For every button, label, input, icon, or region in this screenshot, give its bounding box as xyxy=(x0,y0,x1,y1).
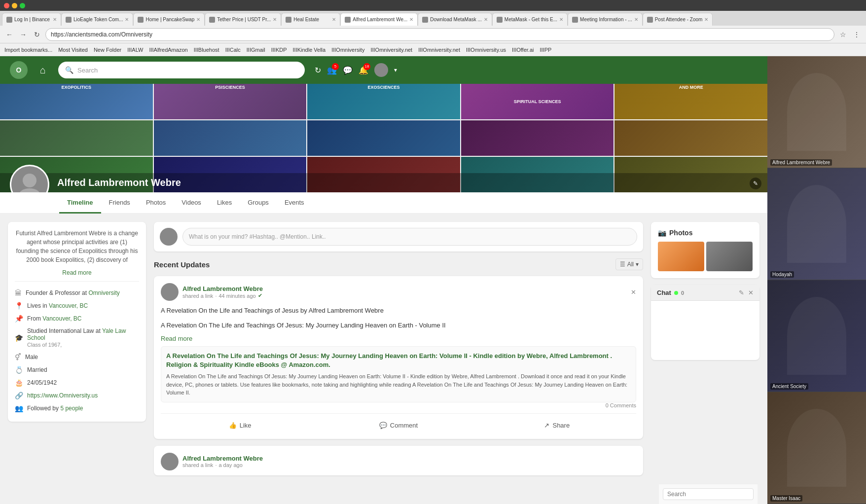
info-item-birthday: 🎂 24/05/1942 xyxy=(15,376,139,389)
friends-icon[interactable]: 👥 5 xyxy=(327,65,337,75)
tab-close-button[interactable]: ✕ xyxy=(332,17,336,22)
address-bar[interactable]: https://ancientsmedia.com/Omniversity xyxy=(45,28,834,41)
tab-close-button[interactable]: ✕ xyxy=(125,17,129,22)
profile-tab[interactable]: Events xyxy=(277,193,312,214)
profile-tab[interactable]: Videos xyxy=(174,193,209,214)
person-silhouette xyxy=(787,297,846,375)
bookmark-item[interactable]: IIICalc xyxy=(224,47,242,53)
post-author-name[interactable]: Alfred Lambremont Webre xyxy=(182,285,263,292)
cover-cell-exopolitics: EXOPOLITICS xyxy=(0,84,153,119)
bookmark-item[interactable]: New Folder xyxy=(92,47,123,53)
reload-header-icon[interactable]: ↻ xyxy=(315,66,321,75)
user-avatar[interactable] xyxy=(374,63,388,77)
post-menu-button[interactable]: ✕ xyxy=(631,288,636,296)
filter-button[interactable]: ☰ All ▾ xyxy=(615,258,643,270)
profile-tab[interactable]: Photos xyxy=(138,193,174,214)
bookmark-item[interactable]: IIIAlfredAmazon xyxy=(147,47,189,53)
browser-tab[interactable]: Alfred Lambremont We... ✕ xyxy=(340,13,418,26)
composer-input[interactable]: What is on your mind? #Hashtag.. @Mentio… xyxy=(182,228,637,246)
profile-tab[interactable]: Timeline xyxy=(59,193,101,214)
tab-label: Tether Price | USDT Pr... xyxy=(217,17,271,22)
bookmark-item[interactable]: Import bookmarks... xyxy=(3,47,54,53)
lives-icon: 📍 xyxy=(15,302,23,310)
nav-bar: ← → ↻ https://ancientsmedia.com/Omnivers… xyxy=(0,26,866,43)
forward-button[interactable]: → xyxy=(18,29,29,40)
bottom-search-input[interactable] xyxy=(663,488,754,500)
notifications-icon[interactable]: 🔔 18 xyxy=(359,65,368,75)
maximize-button[interactable] xyxy=(20,3,25,8)
post-read-more[interactable]: Read more xyxy=(161,335,192,342)
bookmark-button[interactable]: ☆ xyxy=(837,29,848,40)
browser-tab[interactable]: Post Attendee - Zoom ✕ xyxy=(643,13,713,26)
bookmark-item[interactable]: IIIKDP xyxy=(270,47,289,53)
dropdown-arrow[interactable]: ▾ xyxy=(394,67,397,73)
comments-count: 0 Comments xyxy=(161,402,636,408)
bookmark-item[interactable]: IIIOffer.ai xyxy=(510,47,535,53)
share-icon: ↗ xyxy=(544,422,549,429)
tab-close-button[interactable]: ✕ xyxy=(409,17,413,22)
bookmark-item[interactable]: IIIOmniversity.net xyxy=(417,47,462,53)
bookmark-item[interactable]: IIIPP xyxy=(538,47,553,53)
profile-tab[interactable]: Friends xyxy=(101,193,138,214)
browser-tab[interactable]: Download MetaMask ... ✕ xyxy=(418,13,492,26)
read-more-link[interactable]: Read more xyxy=(15,269,139,276)
bookmark-item[interactable]: IIIOmniversity.us xyxy=(465,47,507,53)
link-title[interactable]: A Revelation On The Life and Teachings O… xyxy=(166,352,631,369)
tab-close-button[interactable]: ✕ xyxy=(634,17,638,22)
bookmark-item[interactable]: IIIBluehost xyxy=(192,47,221,53)
browser-tab[interactable]: Home | PancakeSwap ✕ xyxy=(133,13,205,26)
reload-button[interactable]: ↻ xyxy=(32,29,42,40)
followers-link[interactable]: 5 people xyxy=(60,405,83,412)
share-button[interactable]: ↗ Share xyxy=(478,419,636,432)
close-button[interactable] xyxy=(4,3,9,8)
yale-link[interactable]: Yale Law School xyxy=(27,327,126,341)
profile-tab[interactable]: Groups xyxy=(240,193,277,214)
post-author-info-2: Alfred Lambremont Webre shared a link · … xyxy=(182,455,263,468)
link-preview: A Revelation On The Life and Teachings O… xyxy=(161,346,636,402)
chat-edit-icon[interactable]: ✎ xyxy=(739,289,744,296)
profile-tab[interactable]: Likes xyxy=(209,193,240,214)
site-home-icon[interactable]: ⌂ xyxy=(37,65,48,75)
browser-tab[interactable]: Meeting Information - ... ✕ xyxy=(568,13,643,26)
tab-favicon xyxy=(572,17,578,23)
post-avatar-2 xyxy=(161,453,179,470)
tab-close-button[interactable]: ✕ xyxy=(704,17,708,22)
bookmark-item[interactable]: IIIOmniversity.net xyxy=(369,47,414,53)
comment-button[interactable]: 💬 Comment xyxy=(319,419,477,432)
messages-icon[interactable]: 💬 xyxy=(343,65,353,75)
edit-cover-button[interactable]: ✎ xyxy=(750,178,761,189)
bookmark-item[interactable]: Most Visited xyxy=(57,47,89,53)
browser-tab[interactable]: Heal Estate ✕ xyxy=(281,13,340,26)
tab-close-button[interactable]: ✕ xyxy=(484,17,488,22)
tab-label: Home | PancakeSwap xyxy=(145,17,194,22)
link-desc: A Revelation On The Life and Teachings O… xyxy=(166,372,631,397)
browser-tab[interactable]: Tether Price | USDT Pr... ✕ xyxy=(205,13,281,26)
browser-tab[interactable]: MetaMask - Get this E... ✕ xyxy=(492,13,568,26)
bookmark-item[interactable]: IIIALW xyxy=(126,47,144,53)
bookmark-item[interactable]: IIIOmniversity xyxy=(330,47,366,53)
chat-header[interactable]: Chat 0 ✎ ✕ xyxy=(651,285,759,301)
photo-thumb-1[interactable] xyxy=(658,242,704,271)
tab-close-button[interactable]: ✕ xyxy=(196,17,200,22)
chat-close-icon[interactable]: ✕ xyxy=(748,289,754,296)
lives-link[interactable]: Vancouver, BC xyxy=(49,302,88,309)
post-author-name-2[interactable]: Alfred Lambremont Webre xyxy=(182,455,263,462)
website-link[interactable]: https://www.Omniversity.us xyxy=(27,392,98,399)
from-link[interactable]: Vancouver, BC xyxy=(42,315,81,322)
tab-close-button[interactable]: ✕ xyxy=(273,17,277,22)
photo-thumb-2[interactable] xyxy=(706,242,753,271)
browser-tab[interactable]: Log In | Binance ✕ xyxy=(2,13,61,26)
back-button[interactable]: ← xyxy=(4,29,15,40)
site-search-bar[interactable]: 🔍 Search xyxy=(58,62,305,78)
tab-close-button[interactable]: ✕ xyxy=(53,17,57,22)
tab-close-button[interactable]: ✕ xyxy=(559,17,563,22)
omniversity-link[interactable]: Omniversity xyxy=(88,289,119,296)
bookmark-item[interactable]: IIIKindle Vella xyxy=(291,47,327,53)
bookmark-item[interactable]: IIIGmail xyxy=(245,47,267,53)
minimize-button[interactable] xyxy=(12,3,17,8)
like-label: Like xyxy=(240,422,252,429)
browser-tab[interactable]: LioEagle Token Com... ✕ xyxy=(61,13,133,26)
like-button[interactable]: 👍 Like xyxy=(161,419,319,432)
tab-favicon xyxy=(647,17,653,23)
menu-button[interactable]: ⋮ xyxy=(851,29,862,40)
